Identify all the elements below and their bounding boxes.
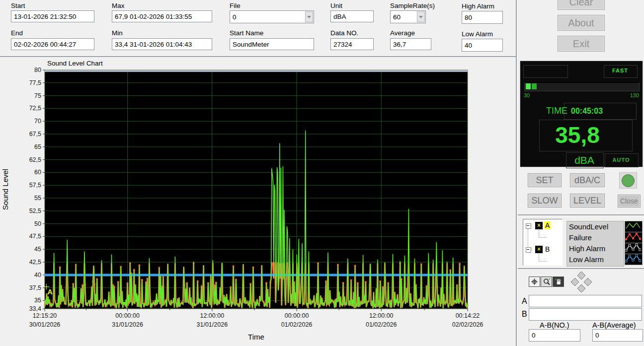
- panel-separator: [518, 214, 644, 216]
- low-alarm-field[interactable]: [462, 39, 503, 52]
- svg-text:72,5: 72,5: [29, 105, 41, 112]
- svg-text:31/01/2026: 31/01/2026: [197, 321, 228, 328]
- tree-connector: [539, 254, 546, 262]
- file-combo[interactable]: [230, 10, 314, 23]
- close-button[interactable]: Close: [618, 195, 641, 208]
- legend-item-low-alarm[interactable]: Low Alarm: [567, 254, 624, 265]
- tree-collapse-b-icon[interactable]: [526, 247, 531, 253]
- meter-display: FAST 30 130 TIME 00:45:03 35,8 dBA AUTO: [520, 61, 643, 167]
- tree-connector: [528, 229, 528, 250]
- unit-field[interactable]: [330, 10, 374, 22]
- svg-text:00:14:22: 00:14:22: [456, 312, 480, 319]
- svg-text:67,5: 67,5: [29, 131, 41, 138]
- high-alarm-field[interactable]: [462, 11, 503, 24]
- plot-b-icon[interactable]: ×: [535, 246, 543, 253]
- legend-swatch[interactable]: [625, 232, 643, 243]
- svg-text:Time: Time: [248, 333, 264, 341]
- svg-text:37,5: 37,5: [29, 284, 41, 291]
- svg-text:65: 65: [34, 143, 41, 150]
- cursor-b-label: B: [522, 310, 527, 319]
- svg-text:00:00:00: 00:00:00: [285, 312, 309, 319]
- svg-text:42,5: 42,5: [29, 259, 41, 266]
- average-label: Average: [390, 29, 415, 37]
- svg-text:50: 50: [34, 220, 41, 227]
- file-combo-arrow-icon[interactable]: [305, 11, 313, 22]
- ab-no-label: A-B(NO.): [540, 321, 569, 329]
- max-field[interactable]: [112, 10, 212, 22]
- meter-unit: dBA: [567, 154, 601, 166]
- ab-average-label: A-B(Average): [592, 321, 636, 329]
- svg-text:Sound Level: Sound Level: [1, 169, 9, 210]
- zoom-tool-button[interactable]: [541, 277, 552, 287]
- legend-swatch[interactable]: [625, 243, 643, 254]
- start-field[interactable]: [11, 10, 94, 22]
- cursor-a-label: A: [522, 297, 527, 306]
- svg-text:55: 55: [34, 195, 41, 202]
- sound-level-chart[interactable]: 8077,57572,57067,56562,56057,55552,55047…: [0, 59, 516, 346]
- cursor-a-field[interactable]: [529, 295, 642, 307]
- min-label: Min: [112, 29, 123, 37]
- legend-swatch[interactable]: [625, 254, 643, 265]
- svg-text:02/02/2026: 02/02/2026: [452, 321, 483, 328]
- average-field[interactable]: [390, 38, 431, 50]
- level-bar: [524, 82, 640, 91]
- svg-text:00:00:00: 00:00:00: [115, 312, 140, 319]
- end-field[interactable]: [11, 38, 94, 50]
- svg-text:A: A: [47, 288, 52, 296]
- ab-average-field[interactable]: [592, 329, 643, 342]
- time-label: TIME: [546, 106, 567, 116]
- legend-swatch[interactable]: [625, 221, 643, 232]
- legend-item-high-alarm[interactable]: High Alarm: [567, 243, 624, 254]
- level-bar-segment: [526, 83, 531, 89]
- set-button[interactable]: SET: [528, 173, 562, 187]
- start-name-field[interactable]: [230, 38, 314, 50]
- svg-text:77,5: 77,5: [29, 79, 41, 86]
- svg-text:75: 75: [34, 92, 41, 99]
- min-field[interactable]: [112, 38, 212, 50]
- scroll-pad[interactable]: [567, 271, 596, 294]
- data-no-label: Data NO.: [330, 29, 358, 37]
- time-value: 00:45:03: [571, 107, 603, 116]
- plot-a-label[interactable]: A: [544, 221, 551, 229]
- svg-text:40: 40: [34, 272, 41, 278]
- legend-item-soundlevel[interactable]: SoundLevel: [567, 221, 624, 232]
- svg-text:52,5: 52,5: [29, 208, 41, 214]
- svg-text:35: 35: [34, 297, 41, 304]
- svg-text:47,5: 47,5: [29, 233, 41, 240]
- cursor-tool-button[interactable]: [529, 277, 540, 287]
- display-box: [523, 65, 568, 78]
- tree-connector: [539, 230, 546, 238]
- meter-value: 35,8: [540, 122, 615, 148]
- svg-text:01/02/2026: 01/02/2026: [366, 321, 397, 328]
- svg-text:70: 70: [34, 118, 41, 125]
- level-button[interactable]: LEVEL: [570, 194, 605, 208]
- data-no-field[interactable]: [330, 38, 374, 50]
- file-label: File: [230, 2, 241, 9]
- legend-item-failure[interactable]: Failure: [567, 232, 624, 243]
- dbac-button[interactable]: dBA/C: [570, 173, 605, 187]
- svg-text:60: 60: [34, 169, 41, 176]
- svg-text:12:00:00: 12:00:00: [200, 312, 224, 319]
- exit-button[interactable]: Exit: [558, 36, 605, 52]
- clear-button[interactable]: Clear: [558, 0, 605, 10]
- end-label: End: [11, 29, 23, 37]
- range-mode-value: AUTO: [605, 157, 638, 163]
- soundmeter-window: { "topbar": { "fields": { "start": {"lab…: [0, 0, 644, 346]
- power-led-frame: [619, 172, 637, 189]
- cursor-b-field[interactable]: [529, 308, 642, 321]
- sample-rate-combo-arrow-icon[interactable]: [417, 11, 425, 22]
- high-alarm-label: High Alarm: [462, 2, 494, 10]
- bar-scale-min: 30: [524, 92, 530, 98]
- ab-no-field[interactable]: [529, 329, 580, 342]
- low-alarm-label: Low Alarm: [462, 30, 493, 38]
- svg-text:12:15:20: 12:15:20: [33, 312, 57, 319]
- svg-text:01/02/2026: 01/02/2026: [281, 321, 313, 328]
- about-button[interactable]: About: [558, 15, 605, 31]
- svg-text:12:00:00: 12:00:00: [369, 312, 394, 319]
- power-led[interactable]: [622, 174, 635, 187]
- plot-a-icon[interactable]: ×: [535, 222, 543, 229]
- tree-collapse-a-icon[interactable]: [526, 223, 531, 229]
- pan-tool-button[interactable]: [553, 277, 564, 287]
- plot-b-label[interactable]: B: [544, 245, 551, 253]
- slow-button[interactable]: SLOW: [528, 194, 562, 208]
